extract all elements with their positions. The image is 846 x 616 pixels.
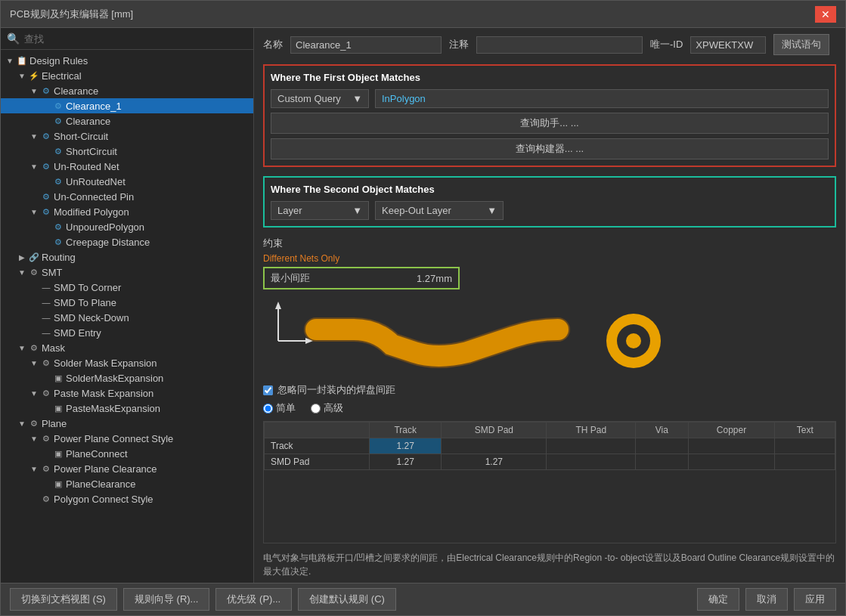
icon-clearance-group: ⚙ (40, 85, 52, 97)
tree-item-unrouted-net[interactable]: ▶ ⚙ UnRoutedNet (1, 174, 253, 189)
tree-item-paste-mask-group[interactable]: ▼ ⚙ Paste Mask Expansion (1, 385, 253, 401)
arrow-clearance-1: ▶ (40, 102, 52, 110)
arrow-smg: ▼ (28, 359, 40, 367)
tree-item-smd-entry[interactable]: ▶ — SMD Entry (1, 325, 253, 340)
icon-ppc-group: ⚙ (40, 432, 52, 444)
tree-item-paste-mask[interactable]: ▶ ▣ PasteMaskExpansion (1, 401, 253, 416)
icon-creepage: ⚙ (52, 236, 64, 248)
icon-smd-entry: — (40, 327, 52, 339)
cell-smd-text[interactable] (775, 454, 835, 470)
label-modified-polygon: Modified Polygon (52, 206, 129, 218)
cell-smd-copper[interactable] (688, 454, 775, 470)
icon-pmg: ⚙ (40, 387, 52, 399)
col-header-empty (265, 423, 370, 438)
tree-item-short-circuit[interactable]: ▶ ⚙ ShortCircuit (1, 144, 253, 159)
arrow-smd-entry: ▶ (28, 329, 40, 337)
cell-track-via[interactable] (636, 438, 689, 454)
comment-input[interactable] (476, 36, 643, 54)
icon-sc: ⚙ (52, 145, 64, 157)
icon-ppcl: ⚙ (40, 463, 52, 475)
table-container: Track SMD Pad TH Pad Via Copper Text Tra… (263, 421, 836, 543)
label-plane: Plane (40, 418, 67, 429)
ignore-pad-checkbox[interactable] (263, 385, 273, 395)
cell-smd-track[interactable]: 1.27 (370, 454, 442, 470)
switch-view-button[interactable]: 切换到文档视图 (S) (10, 588, 117, 611)
icon-mp: ⚙ (40, 206, 52, 218)
cell-track-text[interactable] (775, 438, 835, 454)
label-unrouted-group: Un-Routed Net (52, 161, 119, 172)
query-type-dropdown[interactable]: Custom Query ▼ (271, 89, 369, 108)
tree-item-smd-neck[interactable]: ▶ — SMD Neck-Down (1, 310, 253, 325)
tree-item-polygon-connect[interactable]: ▶ ⚙ Polygon Connect Style (1, 491, 253, 506)
ignore-pad-label: 忽略同一封装内的焊盘间距 (277, 383, 395, 397)
tree-item-design-rules[interactable]: ▼ 📋 Design Rules (1, 53, 253, 68)
radio-advanced[interactable]: 高级 (311, 401, 343, 415)
query-text-input[interactable] (375, 89, 829, 108)
arrow-upp: ▶ (40, 223, 52, 231)
tree-item-mask[interactable]: ▼ ⚙ Mask (1, 340, 253, 355)
cell-track-th[interactable] (547, 438, 636, 454)
tree-item-creepage[interactable]: ▶ ⚙ Creepage Distance (1, 234, 253, 249)
arrow-urn: ▶ (40, 178, 52, 186)
uid-input[interactable] (690, 36, 766, 54)
tree-item-short-circuit-group[interactable]: ▼ ⚙ Short-Circuit (1, 128, 253, 144)
search-input[interactable] (24, 33, 247, 45)
create-default-button[interactable]: 创建默认规则 (C) (298, 588, 396, 611)
arrow-clearance-group: ▼ (28, 87, 40, 95)
label-short-circuit: ShortCircuit (64, 146, 117, 157)
tree-item-solder-mask[interactable]: ▶ ▣ SolderMaskExpansion (1, 370, 253, 385)
right-panel: 名称 注释 唯一-ID 测试语句 Where The First Object … (254, 28, 845, 583)
tree-item-solder-mask-group[interactable]: ▼ ⚙ Solder Mask Expansion (1, 355, 253, 370)
radio-simple-input[interactable] (263, 404, 273, 413)
tree-item-ppc-group[interactable]: ▼ ⚙ Power Plane Connect Style (1, 431, 253, 446)
tree-item-clearance-group[interactable]: ▼ ⚙ Clearance (1, 83, 253, 98)
arrow-unrouted: ▼ (28, 163, 40, 171)
layer-type-dropdown[interactable]: Layer ▼ (271, 201, 369, 220)
rule-wizard-button[interactable]: 规则向导 (R)... (123, 588, 210, 611)
icon-smd-corner: — (40, 281, 52, 293)
tree-item-smd-plane[interactable]: ▶ — SMD To Plane (1, 295, 253, 310)
radio-advanced-input[interactable] (311, 404, 321, 413)
label-smd-entry: SMD Entry (52, 327, 101, 339)
cancel-button[interactable]: 取消 (745, 588, 788, 611)
close-button[interactable]: ✕ (815, 6, 836, 23)
layer-value-dropdown[interactable]: Keep-Out Layer ▼ (375, 201, 504, 220)
tree-item-smt[interactable]: ▼ ⚙ SMT (1, 265, 253, 280)
tree-item-clearance-2[interactable]: ▶ ⚙ Clearance (1, 113, 253, 128)
priority-button[interactable]: 优先级 (P)... (215, 588, 292, 611)
arrow-creepage: ▶ (40, 238, 52, 246)
tree-item-plane-connect[interactable]: ▶ ▣ PlaneConnect (1, 446, 253, 461)
label-smd-corner: SMD To Corner (52, 282, 121, 293)
tree-item-electrical[interactable]: ▼ ⚡ Electrical (1, 68, 253, 83)
tree-item-smd-corner[interactable]: ▶ — SMD To Corner (1, 280, 253, 295)
cell-smd-via[interactable] (636, 454, 689, 470)
query-helper-button[interactable]: 查询助手... ... (271, 113, 829, 134)
tree-item-clearance-1[interactable]: ▶ ⚙ Clearance_1 (1, 98, 253, 113)
tree-item-unrouted-group[interactable]: ▼ ⚙ Un-Routed Net (1, 159, 253, 174)
arrow-electrical: ▼ (16, 72, 28, 80)
tree-item-unconnected-pin[interactable]: ▶ ⚙ Un-Connected Pin (1, 189, 253, 204)
arrow-smd-plane: ▶ (28, 299, 40, 307)
tree-item-modified-polygon[interactable]: ▼ ⚙ Modified Polygon (1, 204, 253, 219)
tree-item-unpouredpolygon[interactable]: ▶ ⚙ UnpouredPolygon (1, 219, 253, 234)
radio-simple[interactable]: 简单 (263, 401, 296, 415)
cell-track-track[interactable]: 1.27 (370, 438, 442, 454)
tree-item-plane-clearance[interactable]: ▶ ▣ PlaneClearance (1, 476, 253, 491)
cell-smd-th[interactable] (547, 454, 636, 470)
tree-item-routing[interactable]: ▶ 🔗 Routing (1, 249, 253, 265)
icon-smt: ⚙ (28, 266, 40, 278)
tree-container[interactable]: ▼ 📋 Design Rules ▼ ⚡ Electrical ▼ ⚙ Clea… (1, 50, 253, 583)
test-button[interactable]: 测试语句 (773, 34, 829, 55)
arrow-smd-neck: ▶ (28, 314, 40, 322)
apply-button[interactable]: 应用 (794, 588, 836, 611)
tree-item-plane[interactable]: ▼ ⚙ Plane (1, 416, 253, 431)
name-input[interactable] (290, 36, 442, 54)
cell-track-smd[interactable] (442, 438, 547, 454)
cell-track-copper[interactable] (688, 438, 775, 454)
ok-button[interactable]: 确定 (697, 588, 739, 611)
col-header-th-pad: TH Pad (547, 423, 636, 438)
query-builder-button[interactable]: 查询构建器... ... (271, 138, 829, 159)
tree-item-ppc-clearance-group[interactable]: ▼ ⚙ Power Plane Clearance (1, 461, 253, 476)
cell-smd-smd[interactable]: 1.27 (442, 454, 547, 470)
label-smt: SMT (40, 267, 62, 278)
